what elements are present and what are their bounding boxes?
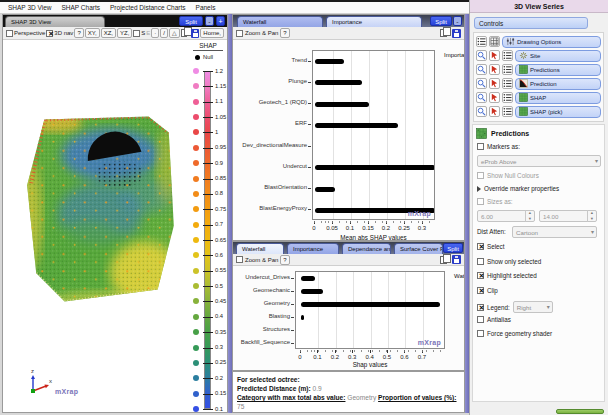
gridline (423, 51, 424, 219)
list-icon[interactable] (476, 36, 487, 47)
series-button-prediction[interactable]: Prediction (515, 78, 601, 90)
scale-tick (203, 271, 213, 272)
scale-tick-label: 0.6 (215, 252, 223, 258)
pick-icon[interactable] (489, 92, 500, 103)
save-icon[interactable] (191, 29, 199, 38)
list-icon[interactable] (502, 92, 513, 103)
tab-surface-cover[interactable]: Surface Cover Prob (394, 243, 443, 254)
tab-importance[interactable]: Importance (287, 243, 339, 254)
override-expander[interactable]: Override marker properties (477, 185, 559, 192)
dist-atten-label: Dist Atten: (477, 228, 506, 235)
zoom-pan-checkbox[interactable] (236, 30, 243, 37)
list-icon[interactable] (502, 78, 513, 89)
perspective-checkbox[interactable] (6, 30, 13, 37)
pick-icon[interactable] (489, 50, 500, 61)
xy-view-button[interactable]: XY, (85, 28, 100, 38)
series-button-site[interactable]: Site (515, 50, 601, 62)
pick-icon[interactable] (489, 78, 500, 89)
bar-trend (315, 59, 344, 64)
pick-icon[interactable] (489, 106, 500, 117)
apply-button-partial[interactable] (556, 409, 604, 414)
series-button-predictions[interactable]: Predictions (515, 64, 601, 76)
yz-view-button[interactable]: YZ, (117, 28, 132, 38)
save-icon[interactable] (452, 29, 461, 38)
tab-dependance[interactable]: Dependance and in (342, 243, 391, 254)
size-max-spinbox[interactable]: 14.00 (539, 210, 597, 222)
legend-label: Importance (444, 52, 464, 58)
point-tool-button[interactable]: · (151, 28, 159, 38)
zoom-icon[interactable] (476, 50, 487, 61)
checkbox[interactable] (477, 304, 484, 311)
s-checkbox[interactable] (133, 30, 140, 37)
controls-button[interactable]: Controls (474, 17, 588, 29)
zoom-icon[interactable] (476, 78, 487, 89)
help-button[interactable]: ? (280, 255, 289, 265)
checkbox[interactable] (477, 258, 484, 265)
3d-viewport[interactable]: z x mXrap SHAP Null 1.21.151.11.0510.950… (3, 40, 227, 412)
zoom-icon[interactable] (476, 106, 487, 117)
zoom-icon[interactable] (476, 92, 487, 103)
scale-tick (203, 348, 213, 349)
menu-shap-charts[interactable]: SHAP Charts (61, 4, 100, 11)
zoom-icon[interactable] (476, 64, 487, 75)
zoom-pan-checkbox[interactable] (236, 256, 243, 263)
left-tabbar: SHAP 3D View Split - + (3, 15, 227, 27)
split-button[interactable]: Split (443, 243, 463, 253)
show-null-checkbox[interactable] (477, 172, 484, 179)
minimize-button[interactable]: - (453, 16, 462, 26)
menu-projected-distance-charts[interactable]: Projected Distance Charts (110, 4, 186, 11)
size-min-spinbox[interactable]: 6.00 (477, 210, 535, 222)
markers-dropdown[interactable]: eProb Above (477, 155, 601, 167)
grid-icon[interactable] (489, 36, 500, 47)
menu-panels[interactable]: Panels (196, 4, 216, 11)
scale-tick-label: 0.75 (215, 206, 226, 212)
checkbox[interactable] (477, 272, 484, 279)
tab-importance[interactable]: Importance (326, 16, 422, 27)
dist-atten-dropdown[interactable]: Cartoon (512, 226, 597, 238)
shap-3d-view-panel: SHAP 3D View Split - + Perspective 3D na… (2, 14, 228, 413)
scale-tick (203, 132, 213, 133)
pick-icon[interactable] (489, 64, 500, 75)
copy-icon[interactable] (440, 29, 447, 37)
scale-dot (193, 129, 199, 135)
triangle-tool-button[interactable]: △ (169, 28, 180, 38)
sizes-as-checkbox[interactable] (477, 198, 484, 205)
checkbox[interactable] (477, 316, 484, 323)
x-tick-label: 0.25 (394, 225, 414, 231)
series-button-shap[interactable]: SHAP (515, 92, 601, 104)
legend-position-dropdown[interactable]: Right (513, 301, 553, 313)
split-button[interactable]: Split (430, 16, 452, 26)
list-icon[interactable] (502, 64, 513, 75)
list-icon[interactable] (502, 106, 513, 117)
checkbox[interactable] (477, 330, 484, 337)
scale-dot (193, 252, 199, 258)
plot-area[interactable]: mXrap (295, 271, 445, 349)
plot-area[interactable]: mXrap (312, 50, 435, 220)
point-cloud[interactable] (17, 94, 189, 322)
list-icon[interactable] (502, 50, 513, 61)
x-tick-label: 0.3 (412, 225, 432, 231)
series-button-shap-pick-[interactable]: SHAP (pick) (515, 106, 601, 118)
help-button[interactable]: ? (280, 28, 289, 38)
copy-icon[interactable] (181, 29, 188, 37)
tab-shap-3d-view[interactable]: SHAP 3D View (5, 16, 105, 27)
home-view-button[interactable]: Home, (200, 28, 224, 38)
help-button[interactable]: ? (74, 28, 83, 38)
line-tool-button[interactable]: / (160, 28, 168, 38)
series-button-drawing-options[interactable]: Drawing Options (502, 36, 601, 48)
checkbox[interactable] (477, 243, 484, 250)
menu-shap-3d-view[interactable]: SHAP 3D View (8, 4, 51, 11)
markers-as-checkbox[interactable] (477, 143, 484, 150)
tab-waterfall[interactable]: Waterfall (237, 16, 323, 27)
split-button[interactable]: Split (179, 16, 203, 26)
tab-waterfall[interactable]: Waterfall (236, 243, 284, 254)
save-icon[interactable] (452, 255, 461, 264)
nav3d-checkbox[interactable] (46, 30, 53, 37)
copy-icon[interactable] (440, 256, 447, 264)
x-minor-ticks (314, 221, 434, 223)
checkbox[interactable] (477, 287, 484, 294)
minimize-button[interactable]: - (205, 16, 214, 26)
waterfall-chart-panel: Waterfall Importance Dependance and in S… (232, 241, 465, 371)
xz-view-button[interactable]: XZ, (101, 28, 116, 38)
maximize-button[interactable]: + (216, 16, 225, 26)
